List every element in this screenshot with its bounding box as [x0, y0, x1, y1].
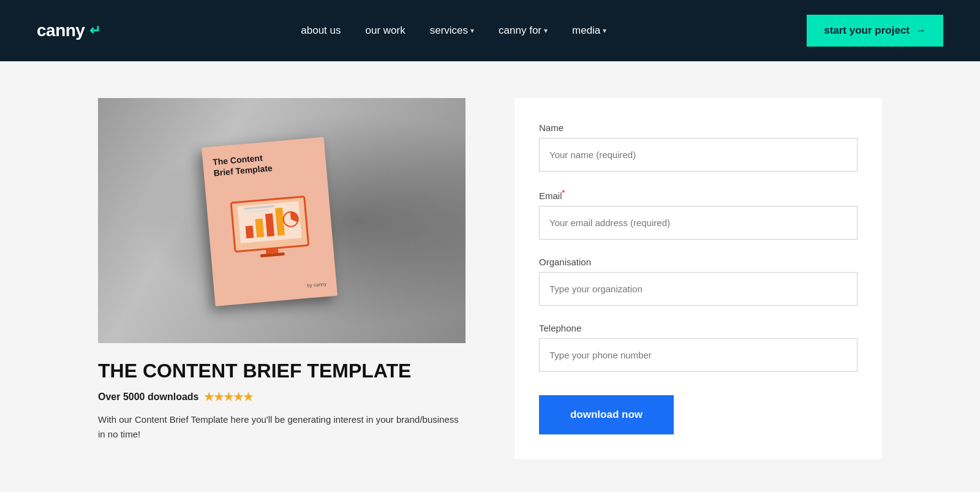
- email-field-group: Email*: [539, 189, 858, 240]
- chevron-down-icon: ▾: [603, 26, 606, 35]
- chevron-down-icon: ▾: [470, 26, 474, 35]
- arrow-icon: →: [916, 25, 926, 37]
- download-button[interactable]: download now: [539, 395, 674, 434]
- email-input[interactable]: [539, 206, 858, 240]
- telephone-input[interactable]: [539, 338, 858, 372]
- name-label: Name: [539, 123, 858, 133]
- navigation: canny ↵ about us our work services ▾ can…: [0, 0, 980, 61]
- nav-item-cannyfor[interactable]: canny for ▾: [499, 25, 548, 37]
- organisation-field-group: Organisation: [539, 257, 858, 306]
- svg-rect-2: [246, 225, 254, 238]
- nav-item-media[interactable]: media ▾: [572, 25, 606, 37]
- start-project-button[interactable]: start your project →: [807, 15, 943, 47]
- telephone-field-group: Telephone: [539, 323, 858, 372]
- nav-item-work[interactable]: our work: [366, 25, 405, 37]
- content-title: THE CONTENT BRIEF TEMPLATE: [98, 360, 466, 382]
- organisation-label: Organisation: [539, 257, 858, 267]
- nav-link-cannyfor[interactable]: canny for ▾: [499, 25, 548, 37]
- nav-item-about[interactable]: about us: [301, 25, 341, 37]
- book-image: The ContentBrief Template: [98, 98, 466, 343]
- logo-text: canny: [37, 21, 85, 40]
- nav-link-services[interactable]: services ▾: [430, 25, 474, 37]
- star-rating: ★★★★★: [204, 390, 253, 404]
- nav-link-about[interactable]: about us: [301, 25, 341, 37]
- name-field-group: Name: [539, 123, 858, 172]
- logo[interactable]: canny ↵: [37, 21, 100, 40]
- email-label: Email*: [539, 189, 858, 201]
- book-graphic: [214, 175, 326, 286]
- content-description: With our Content Brief Template here you…: [98, 412, 466, 442]
- nav-link-work[interactable]: our work: [366, 25, 405, 37]
- chevron-down-icon: ▾: [544, 26, 548, 35]
- left-section: The ContentBrief Template: [98, 98, 466, 442]
- book-cover-title: The ContentBrief Template: [212, 148, 317, 179]
- nav-item-services[interactable]: services ▾: [430, 25, 474, 37]
- form-section: Name Email* Organisation Telephone downl…: [514, 98, 882, 459]
- monitor-illustration: [228, 193, 313, 267]
- telephone-label: Telephone: [539, 323, 858, 333]
- book-cover: The ContentBrief Template: [202, 137, 337, 306]
- content-subtitle: Over 5000 downloads ★★★★★: [98, 390, 466, 404]
- nav-link-media[interactable]: media ▾: [572, 25, 606, 37]
- downloads-label: Over 5000 downloads: [98, 392, 199, 403]
- organisation-input[interactable]: [539, 272, 858, 306]
- nav-links: about us our work services ▾ canny for ▾…: [301, 25, 606, 37]
- name-input[interactable]: [539, 138, 858, 172]
- page-content: The ContentBrief Template: [61, 61, 919, 492]
- logo-icon: ↵: [89, 23, 100, 39]
